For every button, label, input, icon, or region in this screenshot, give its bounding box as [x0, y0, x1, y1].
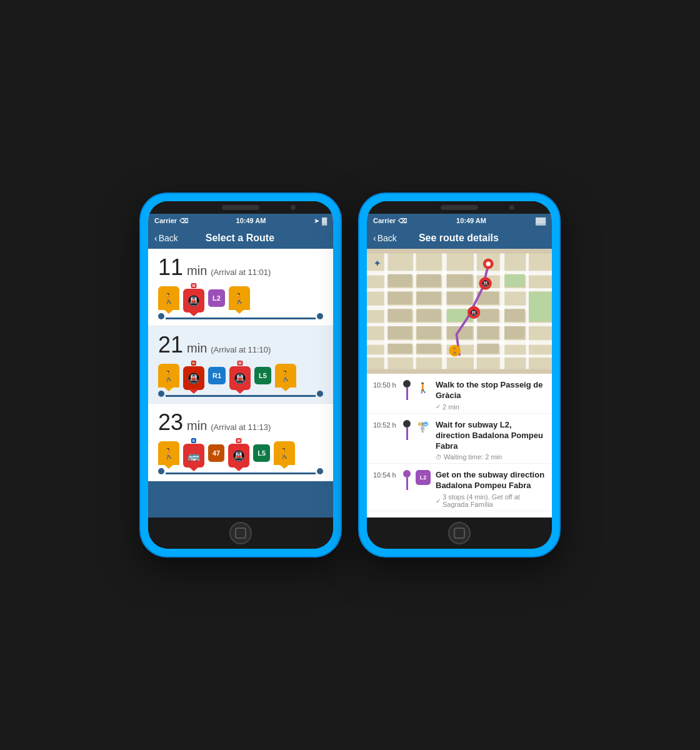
- svg-rect-31: [478, 344, 499, 354]
- route-arrival-3: (Arrival at 11:13): [211, 422, 271, 432]
- metro-m-badge-2: M: [238, 361, 243, 366]
- svg-rect-22: [478, 309, 499, 321]
- step-1: 10:50 h 🚶 Walk to the stop Passeig de Gr…: [367, 374, 552, 414]
- steps-list: 10:50 h 🚶 Walk to the stop Passeig de Gr…: [367, 374, 552, 518]
- svg-text:🚇: 🚇: [482, 280, 489, 288]
- svg-rect-9: [442, 254, 446, 369]
- walk-icon-1a: 🚶: [158, 286, 179, 310]
- svg-rect-4: [367, 323, 552, 327]
- route-icons-3: 🚶 B 🚌 47 M 🚇 L5: [158, 439, 323, 468]
- pin-walk-start: 🚶: [449, 345, 461, 357]
- 47-badge-3: 47: [208, 444, 224, 462]
- metro-m-badge-1: M: [191, 283, 197, 288]
- step-time-1: 10:50 h: [373, 381, 398, 389]
- route-bar-1: [158, 318, 323, 319]
- pin-metro-top: 🚇: [479, 277, 491, 289]
- metro-m-icon-2: M 🚇: [229, 366, 251, 390]
- step-icon-walk-1: 🚶: [416, 380, 431, 395]
- map-svg: 🚶 🚇 🚇: [367, 249, 552, 374]
- status-carrier-right: Carrier ⌫: [373, 217, 407, 224]
- svg-rect-15: [447, 274, 473, 287]
- svg-rect-7: [384, 254, 388, 369]
- svg-text:🚇: 🚇: [470, 309, 478, 317]
- svg-rect-21: [417, 309, 441, 321]
- metro-transport-icon-1: 🚇: [183, 289, 204, 312]
- phone-top-bar-left: [148, 201, 333, 214]
- step-2: 10:52 h 🚏 Wait for subway L2, direction …: [367, 414, 552, 464]
- carrier-text-left: Carrier: [154, 217, 177, 224]
- l5-badge-2: L5: [254, 367, 271, 384]
- step-3: 10:54 h L2 Get on the subway direction B…: [367, 464, 552, 511]
- metro-m-icon-3: M 🚇: [228, 444, 249, 468]
- step-icon-wait-2: 🚏: [416, 420, 431, 435]
- back-button-left[interactable]: ‹ Back: [154, 233, 178, 243]
- route-item-3[interactable]: 23 min (Arrival at 11:13) 🚶 B 🚌: [148, 404, 333, 481]
- svg-rect-11: [500, 254, 504, 369]
- step-connector-3: [406, 478, 408, 490]
- route-item-2[interactable]: 21 min (Arrival at 11:10) 🚶 R 🚇: [148, 326, 333, 403]
- bar-line-3: [166, 472, 316, 474]
- walk-icon-1b: 🚶: [229, 286, 250, 310]
- time-left: 10:49 AM: [236, 217, 266, 224]
- metro-b-icon-3: B 🚌: [183, 444, 204, 468]
- metro-r-transport-2: 🚇: [183, 366, 204, 390]
- carrier-text-right: Carrier: [373, 217, 396, 224]
- step-line-2: [403, 420, 411, 440]
- step-title-1: Walk to the stop Passeig de Gràcia: [436, 380, 546, 401]
- metro-m-transport-3: 🚇: [228, 444, 249, 468]
- bar-dot-end-3: [317, 468, 323, 474]
- walk-transport-2b: 🚶: [275, 364, 296, 388]
- svg-rect-14: [417, 274, 441, 287]
- screen-left: Carrier ⌫ 10:49 AM ➤ ▓ ‹ Back Select a: [148, 214, 333, 518]
- metro-icon-1: M 🚇: [183, 289, 204, 312]
- back-button-right[interactable]: ‹ Back: [373, 233, 397, 243]
- step-sub-2: ⏱ Waiting time: 2 min: [436, 453, 546, 461]
- metro-r-icon-2: R 🚇: [183, 366, 204, 390]
- step-content-3: Get on the subway direction Badalona Pom…: [436, 470, 546, 508]
- route-icons-2: 🚶 R 🚇 R1 M 🚇 L5: [158, 361, 323, 390]
- phone-left: Carrier ⌫ 10:49 AM ➤ ▓ ‹ Back Select a: [141, 194, 341, 556]
- route-mins-3: 23: [158, 411, 183, 434]
- step-sub-text-1: 2 min: [442, 403, 459, 411]
- status-bar-left: Carrier ⌫ 10:49 AM ➤ ▓: [148, 214, 333, 228]
- home-button-left[interactable]: [229, 522, 252, 544]
- bar-dot-end-2: [317, 391, 323, 397]
- chevron-left-icon-left: ‹: [154, 233, 158, 243]
- svg-rect-28: [504, 326, 524, 339]
- nav-title-left: Select a Route: [178, 232, 302, 244]
- pin-destination: [483, 259, 494, 269]
- check-icon-1: ✓: [436, 403, 441, 410]
- svg-rect-16: [388, 292, 412, 304]
- step-dot-1: [403, 380, 411, 388]
- camera-left: [291, 205, 296, 210]
- phone-right: Carrier ⌫ 10:49 AM ▓▓ ‹ Back See route d…: [359, 194, 559, 556]
- wifi-icon-right: ⌫: [398, 218, 407, 224]
- status-right-left: ➤ ▓: [314, 217, 327, 225]
- bar-dot-end-1: [317, 313, 323, 319]
- step-dot-2: [403, 420, 411, 428]
- home-button-right[interactable]: [448, 522, 471, 544]
- wifi-icon-left: ⌫: [179, 218, 188, 224]
- svg-rect-17: [417, 292, 441, 304]
- svg-rect-25: [417, 326, 441, 339]
- nav-bar-right: ‹ Back See route details: [367, 228, 552, 249]
- route-item-1[interactable]: 11 min (Arrival at 11:01) 🚶 M: [148, 249, 333, 326]
- bar-line-2: [166, 395, 316, 397]
- status-bar-right: Carrier ⌫ 10:49 AM ▓▓: [367, 214, 552, 228]
- walk-icon-2a: 🚶: [158, 364, 179, 388]
- home-button-inner-right: [454, 528, 465, 539]
- svg-rect-23: [504, 309, 524, 321]
- home-button-inner-left: [235, 528, 246, 539]
- step-dot-3: [403, 470, 411, 478]
- map-area: 🚶 🚇 🚇: [367, 249, 552, 374]
- step-content-1: Walk to the stop Passeig de Gràcia ✓ 2 m…: [436, 380, 546, 411]
- b-badge-3: B: [191, 438, 196, 443]
- svg-rect-30: [417, 344, 441, 354]
- step-sub-1: ✓ 2 min: [436, 403, 546, 411]
- phone-top-bar-right: [367, 201, 552, 214]
- clock-icon-2: ⏱: [436, 454, 442, 461]
- step-time-text-3: 10:54 h: [373, 471, 396, 479]
- bar-line-1: [166, 318, 316, 319]
- screen-right: Carrier ⌫ 10:49 AM ▓▓ ‹ Back See route d…: [367, 214, 552, 518]
- speaker-right: [441, 205, 478, 210]
